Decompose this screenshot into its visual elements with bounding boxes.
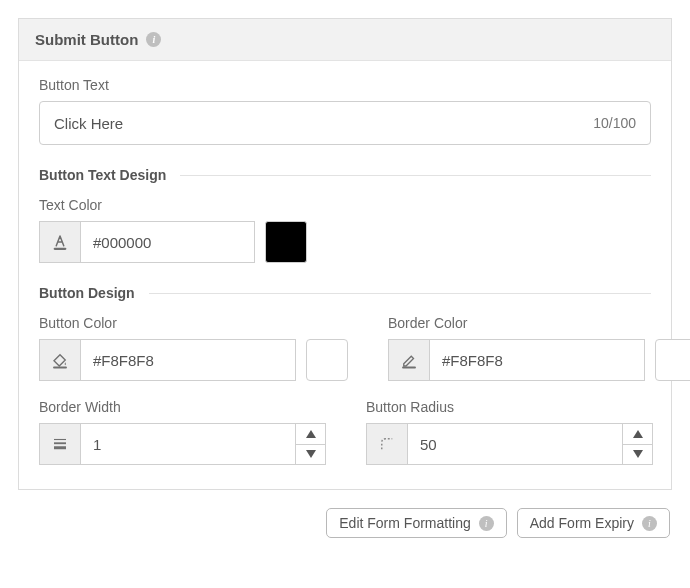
border-color-input[interactable]: [430, 339, 645, 381]
text-color-input[interactable]: [81, 221, 255, 263]
info-icon: i: [642, 516, 657, 531]
panel-body: Button Text 10/100 Button Text Design Te…: [19, 61, 671, 489]
submit-button-panel: Submit Button i Button Text 10/100 Butto…: [18, 18, 672, 490]
radius-icon: [366, 423, 408, 465]
button-radius-field: [366, 423, 653, 465]
divider: [180, 175, 651, 176]
info-icon[interactable]: i: [146, 32, 161, 47]
text-color-icon: [39, 221, 81, 263]
button-radius-label: Button Radius: [366, 399, 653, 415]
button-radius-input[interactable]: [408, 423, 623, 465]
panel-title: Submit Button: [35, 31, 138, 48]
button-text-label: Button Text: [39, 77, 651, 93]
border-color-swatch[interactable]: [655, 339, 690, 381]
edit-form-formatting-label: Edit Form Formatting: [339, 515, 470, 531]
button-color-label: Button Color: [39, 315, 348, 331]
text-design-section-header: Button Text Design: [39, 167, 651, 183]
text-design-title: Button Text Design: [39, 167, 166, 183]
add-form-expiry-label: Add Form Expiry: [530, 515, 634, 531]
button-color-input[interactable]: [81, 339, 296, 381]
button-color-field: [39, 339, 296, 381]
border-width-down[interactable]: [296, 445, 325, 465]
text-color-field: [39, 221, 255, 263]
button-radius-up[interactable]: [623, 424, 652, 445]
info-icon: i: [479, 516, 494, 531]
border-width-stepper: [296, 423, 326, 465]
border-width-input[interactable]: [81, 423, 296, 465]
border-color-label: Border Color: [388, 315, 690, 331]
line-weight-icon: [39, 423, 81, 465]
border-width-label: Border Width: [39, 399, 326, 415]
border-width-up[interactable]: [296, 424, 325, 445]
edit-form-formatting-button[interactable]: Edit Form Formatting i: [326, 508, 506, 538]
border-color-field: [388, 339, 645, 381]
button-text-input[interactable]: [54, 115, 593, 132]
text-color-swatch[interactable]: [265, 221, 307, 263]
add-form-expiry-button[interactable]: Add Form Expiry i: [517, 508, 670, 538]
button-text-field[interactable]: 10/100: [39, 101, 651, 145]
fill-icon: [39, 339, 81, 381]
panel-header: Submit Button i: [19, 19, 671, 61]
button-design-title: Button Design: [39, 285, 135, 301]
footer-actions: Edit Form Formatting i Add Form Expiry i: [0, 508, 690, 554]
button-color-swatch[interactable]: [306, 339, 348, 381]
border-width-field: [39, 423, 326, 465]
button-design-section-header: Button Design: [39, 285, 651, 301]
divider: [149, 293, 651, 294]
button-radius-down[interactable]: [623, 445, 652, 465]
pencil-icon: [388, 339, 430, 381]
button-radius-stepper: [623, 423, 653, 465]
text-color-label: Text Color: [39, 197, 651, 213]
button-text-counter: 10/100: [593, 115, 636, 131]
